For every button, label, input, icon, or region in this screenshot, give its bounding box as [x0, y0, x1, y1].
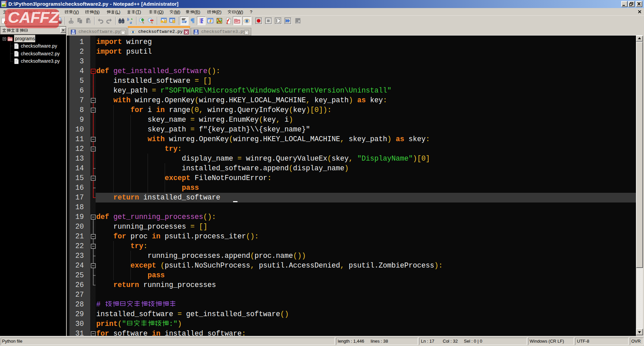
svg-text:a: a [130, 20, 132, 24]
svg-text:b: b [127, 17, 129, 22]
